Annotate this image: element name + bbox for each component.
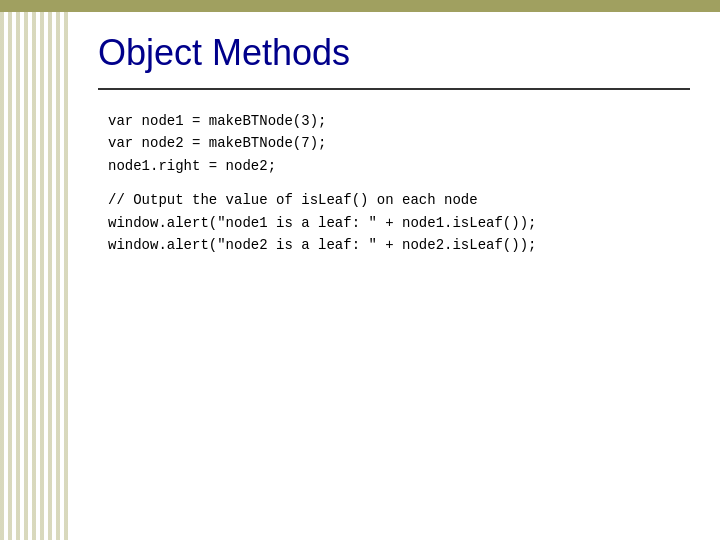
slide-title: Object Methods [98,32,690,74]
left-stripe-decoration [0,0,68,540]
code-line-6: window.alert("node2 is a leaf: " + node2… [108,234,690,256]
code-line-2: var node2 = makeBTNode(7); [108,132,690,154]
code-block: var node1 = makeBTNode(3); var node2 = m… [108,110,690,256]
top-bar-decoration [0,0,720,12]
code-line-3: node1.right = node2; [108,155,690,177]
title-section: Object Methods [98,32,690,90]
code-line-5: window.alert("node1 is a leaf: " + node1… [108,212,690,234]
code-spacer-1 [108,177,690,189]
code-comment-1: // Output the value of isLeaf() on each … [108,189,690,211]
code-line-1: var node1 = makeBTNode(3); [108,110,690,132]
main-content: Object Methods var node1 = makeBTNode(3)… [68,12,720,540]
